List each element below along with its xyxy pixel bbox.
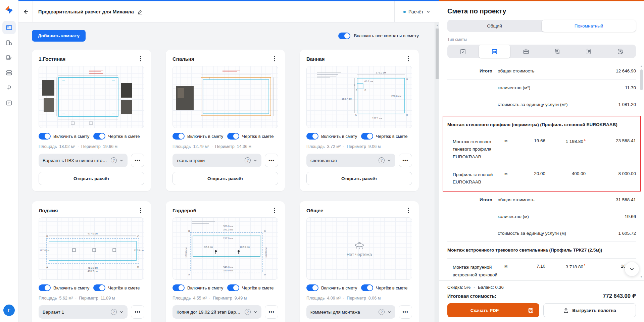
type-tab-invoice-ruble[interactable] [573, 45, 605, 58]
panel-scrollbar[interactable]: ▲ ▼ [640, 65, 643, 278]
table-row-sub: количество (м) 19.66 [447, 208, 636, 225]
variant-select[interactable]: ткань и треки ? [172, 154, 261, 167]
work-case-icon [523, 48, 530, 55]
scroll-to-bottom-button[interactable] [625, 262, 639, 276]
room-drawing-thumbnail[interactable]: 477.0 см 117.8 см 117.8 см 461.0 см 476.… [39, 217, 144, 280]
variant-select[interactable]: светованная ? [306, 154, 395, 167]
drawing-in-estimate-toggle[interactable] [93, 284, 105, 291]
open-calculation-button[interactable]: Открыть расчёт [39, 172, 144, 185]
invoice-edit-icon [617, 48, 624, 55]
help-icon[interactable]: ? [245, 309, 251, 315]
svg-text:461.0 см: 461.0 см [88, 266, 98, 269]
variant-more-button[interactable]: ••• [265, 154, 278, 167]
open-calculation-button[interactable]: Открыть расчёт [306, 172, 412, 185]
include-all-rooms-toggle[interactable] [338, 33, 350, 39]
variant-more-button[interactable]: ••• [131, 305, 144, 319]
edit-title-icon[interactable] [137, 9, 143, 14]
main-scrollbar[interactable]: ▲ [435, 22, 439, 322]
svg-text:C: C [137, 235, 139, 237]
tab-general[interactable]: Общий [447, 20, 542, 32]
room-drawing-thumbnail[interactable] [39, 66, 144, 128]
room-menu-button[interactable] [271, 55, 278, 62]
table-row-summary: Итого общая стоимость 31 568.41 [447, 192, 636, 208]
help-icon[interactable]: ? [245, 157, 251, 163]
invoice-icon [554, 48, 561, 55]
user-avatar[interactable]: Г [3, 305, 15, 316]
estimate-type-tabs [447, 45, 636, 58]
download-pdf-button[interactable]: Скачать PDF [447, 303, 539, 317]
table-row-item: Монтаж гарпунной встроенной трековой м 7… [447, 259, 636, 280]
include-in-estimate-toggle[interactable] [39, 133, 51, 140]
toggle-label: Чертёж в смете [242, 285, 274, 290]
help-icon[interactable]: ? [111, 309, 117, 315]
variant-more-button[interactable]: ••• [399, 154, 412, 167]
highlighted-group: Монтаж стенового профиля (периметра) (Пр… [443, 116, 641, 192]
main-scrollbar-thumb[interactable] [436, 29, 439, 79]
sidebar-item-collections[interactable] [2, 66, 16, 79]
sidebar-item-pricing[interactable] [2, 81, 16, 95]
mode-dropdown[interactable]: Расчёт [395, 1, 439, 22]
panel-scrollbar-thumb[interactable] [640, 69, 643, 90]
include-in-estimate-toggle[interactable] [39, 284, 51, 291]
help-icon[interactable]: ? [379, 157, 385, 163]
invoice-ruble-icon [585, 48, 592, 55]
chevron-down-icon [119, 158, 123, 162]
toggle-label: Включить в смету [53, 285, 89, 290]
room-menu-button[interactable] [271, 207, 278, 214]
variant-select[interactable]: Копия дог 19.02 2й этап Вариант 1 ? [172, 305, 261, 319]
variant-select[interactable]: комменты для монтажа ? [306, 305, 395, 319]
table-row-sub: стоимость за единицу услуги (м²) 1 081.2… [447, 96, 636, 113]
type-tab-clipboard-check[interactable] [447, 45, 479, 58]
include-in-estimate-toggle[interactable] [172, 284, 185, 291]
panel-title: Смета по проекту [439, 1, 644, 20]
room-drawing-empty[interactable]: Нет чертежа [306, 217, 412, 280]
help-icon[interactable]: ? [379, 309, 385, 315]
room-menu-button[interactable] [137, 207, 144, 214]
type-tab-clipboard-list[interactable] [479, 45, 510, 58]
variant-select[interactable]: Вариант с ПВХ и нишей штор пк12 ? [39, 154, 128, 167]
page-header: Предварительный расчет для Михаила Расчё… [18, 1, 439, 22]
toggle-label: Чертёж в смете [108, 285, 140, 290]
variant-more-button[interactable]: ••• [265, 305, 278, 319]
drawing-in-estimate-toggle[interactable] [227, 133, 239, 140]
room-menu-button[interactable] [405, 207, 412, 214]
open-calculation-button[interactable]: Открыть расчёт [172, 172, 278, 185]
drawing-in-estimate-toggle[interactable] [361, 133, 373, 140]
add-room-button[interactable]: Добавить комнату [32, 30, 86, 42]
type-tab-invoice[interactable] [542, 45, 573, 58]
room-meta: Площадь4.55 м²·Периметр9.49 м [172, 296, 278, 301]
svg-text:340.8 см: 340.8 см [223, 266, 233, 269]
brand-logo-icon[interactable] [4, 5, 14, 15]
drawing-in-estimate-toggle[interactable] [227, 284, 239, 291]
drawing-in-estimate-toggle[interactable] [93, 133, 105, 140]
type-tab-invoice-edit[interactable] [604, 45, 636, 58]
back-button[interactable] [18, 1, 33, 22]
room-menu-button[interactable] [405, 55, 412, 62]
include-in-estimate-toggle[interactable] [306, 133, 318, 140]
room-drawing-thumbnail[interactable] [172, 66, 278, 128]
type-tab-work-case[interactable] [510, 45, 542, 58]
include-in-estimate-toggle[interactable] [172, 133, 185, 140]
variant-more-button[interactable]: ••• [131, 154, 144, 167]
room-menu-button[interactable] [137, 55, 144, 62]
export-canvases-button[interactable]: Выгрузить полотна [543, 303, 636, 317]
room-drawing-thumbnail[interactable]: 175.0 см 66.1 см 230.0 см 153.7 см 157.1… [306, 66, 412, 128]
upload-icon [563, 308, 569, 313]
wall-panel-icon [5, 24, 13, 31]
variant-select[interactable]: Вариант 1 ? [39, 305, 128, 319]
svg-text:D: D [137, 266, 139, 268]
table-row-item: Профиль стеновой EUROKRAAB м 20.00 400.0… [447, 166, 636, 191]
sidebar-item-documents[interactable] [2, 96, 16, 110]
estimate-table: Итого общая стоимость 12 646.90 количест… [439, 63, 644, 280]
include-in-estimate-toggle[interactable] [306, 284, 318, 291]
sidebar-item-rooms[interactable] [2, 21, 16, 34]
chevron-down-icon [387, 158, 391, 162]
room-drawing-thumbnail[interactable]: 350.0 см 341.3 см 217.0 см 92.8 см 102.9… [172, 217, 278, 280]
sidebar-item-objects[interactable] [2, 36, 16, 49]
help-icon[interactable]: ? [111, 157, 117, 163]
sidebar-item-materials[interactable] [2, 51, 16, 64]
drawing-in-estimate-toggle[interactable] [361, 284, 373, 291]
tab-per-room[interactable]: Покомнатный [542, 20, 636, 32]
variant-more-button[interactable]: ••• [399, 305, 412, 319]
room-meta: Площадь4.09 м²·Периметр8.06 м [306, 296, 412, 301]
